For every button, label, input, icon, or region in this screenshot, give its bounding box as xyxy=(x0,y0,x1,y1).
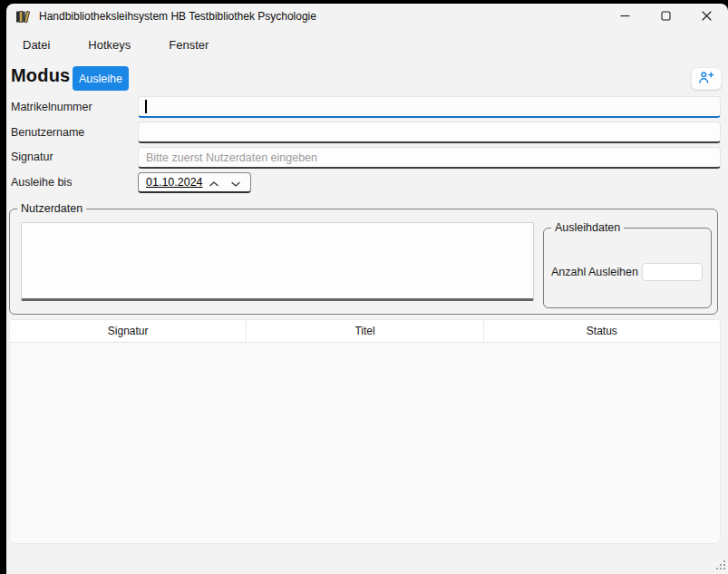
ausleihe-bis-date-spinner[interactable]: 01.10.2024 xyxy=(138,172,251,193)
window-title: Handbibliotheksleihsystem HB Testbibliot… xyxy=(39,10,316,23)
signatur-label: Signatur xyxy=(11,151,53,163)
loans-table: Signatur Titel Status xyxy=(9,319,721,544)
window-controls xyxy=(600,4,723,29)
chevron-up-icon xyxy=(209,176,218,190)
column-header-signatur[interactable]: Signatur xyxy=(10,320,247,342)
chevron-down-icon xyxy=(231,176,240,190)
table-body-empty xyxy=(10,343,720,543)
nutzerdaten-textarea[interactable] xyxy=(21,222,534,301)
table-header-row: Signatur Titel Status xyxy=(10,320,720,343)
signatur-input[interactable] xyxy=(138,147,721,169)
menu-item-datei[interactable]: Datei xyxy=(16,35,56,54)
matrikelnummer-field-wrap xyxy=(138,96,721,118)
date-increment-button[interactable] xyxy=(203,173,225,191)
anzahl-ausleihen-label: Anzahl Ausleihen xyxy=(551,266,638,278)
close-icon xyxy=(702,8,712,24)
nutzerdaten-legend: Nutzerdaten xyxy=(17,202,86,215)
benutzername-label: Benutzername xyxy=(11,126,84,139)
signatur-field-wrap xyxy=(138,147,721,169)
close-button[interactable] xyxy=(690,4,723,29)
minimize-button[interactable] xyxy=(608,4,641,29)
add-user-button[interactable] xyxy=(691,67,722,90)
maximize-button[interactable] xyxy=(649,4,682,29)
maximize-icon xyxy=(661,8,671,24)
ausleihe-bis-label: Ausleihe bis xyxy=(11,176,72,189)
menu-item-fenster[interactable]: Fenster xyxy=(162,35,215,54)
minimize-icon xyxy=(620,8,630,24)
mode-ausleihe-button[interactable]: Ausleihe xyxy=(73,66,129,91)
date-value: 01.10.2024 xyxy=(146,176,203,189)
matrikelnummer-label: Matrikelnummer xyxy=(11,101,92,113)
title-bar: Handbibliotheksleihsystem HB Testbibliot… xyxy=(6,4,728,29)
column-header-status[interactable]: Status xyxy=(484,320,720,342)
anzahl-ausleihen-input[interactable] xyxy=(642,263,703,281)
ausleihdaten-groupbox: Ausleihdaten Anzahl Ausleihen xyxy=(543,228,712,308)
ausleihdaten-legend: Ausleihdaten xyxy=(551,221,624,234)
resize-grip[interactable] xyxy=(716,560,718,562)
nutzerdaten-groupbox: Nutzerdaten Ausleihdaten Anzahl Ausleihe… xyxy=(9,209,718,315)
menu-bar: Datei Hotkeys Fenster xyxy=(16,33,215,56)
date-decrement-button[interactable] xyxy=(225,173,247,191)
benutzername-input[interactable] xyxy=(138,122,721,143)
person-add-icon xyxy=(698,71,714,87)
app-window: Handbibliotheksleihsystem HB Testbibliot… xyxy=(6,4,728,574)
menu-item-hotkeys[interactable]: Hotkeys xyxy=(82,35,137,54)
library-books-icon xyxy=(15,9,31,24)
matrikelnummer-input[interactable] xyxy=(138,96,721,118)
mode-heading: Modus xyxy=(11,65,70,86)
column-header-titel[interactable]: Titel xyxy=(247,320,483,342)
benutzername-field-wrap xyxy=(138,122,721,143)
